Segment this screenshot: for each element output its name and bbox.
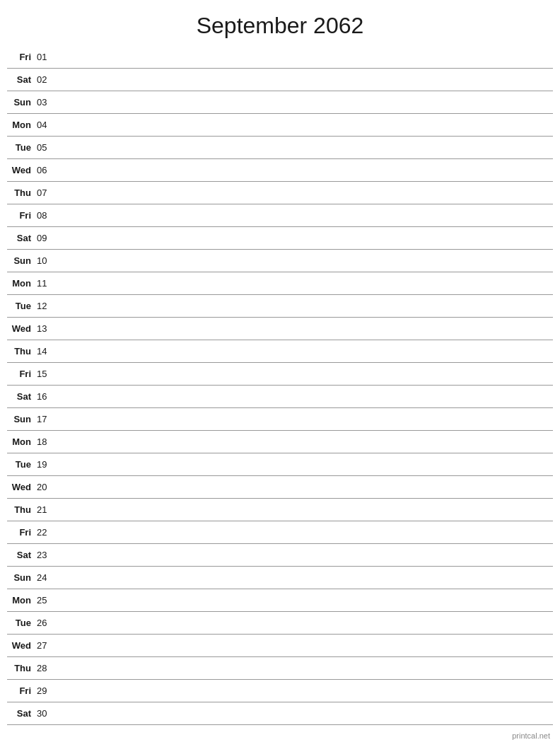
day-line (54, 645, 553, 646)
day-name: Wed (7, 482, 34, 492)
day-name: Mon (7, 120, 34, 130)
day-number: 04 (34, 120, 54, 130)
day-number: 11 (34, 278, 54, 289)
table-row: Thu21 (7, 499, 553, 521)
day-name: Sat (7, 74, 34, 85)
table-row: Sun24 (7, 567, 553, 589)
day-name: Fri (7, 210, 34, 221)
day-number: 25 (34, 595, 54, 606)
day-line (54, 690, 553, 691)
day-line (54, 555, 553, 555)
day-name: Tue (7, 301, 34, 311)
day-name: Thu (7, 663, 34, 673)
table-row: Fri01 (7, 46, 553, 69)
day-name: Thu (7, 346, 34, 357)
day-number: 10 (34, 255, 54, 266)
day-name: Sun (7, 414, 34, 424)
table-row: Mon11 (7, 272, 553, 295)
day-name: Tue (7, 618, 34, 628)
day-name: Wed (7, 640, 34, 651)
table-row: Wed20 (7, 476, 553, 499)
day-name: Thu (7, 187, 34, 198)
table-row: Sat09 (7, 227, 553, 250)
day-line (54, 396, 553, 397)
table-row: Mon25 (7, 589, 553, 612)
day-number: 14 (34, 346, 54, 357)
day-name: Mon (7, 436, 34, 447)
day-number: 29 (34, 685, 54, 696)
day-line (54, 713, 553, 714)
day-line (54, 192, 553, 193)
day-number: 27 (34, 640, 54, 651)
day-name: Wed (7, 165, 34, 175)
table-row: Thu28 (7, 657, 553, 680)
table-row: Sat02 (7, 69, 553, 91)
table-row: Mon04 (7, 114, 553, 137)
table-row: Sun03 (7, 91, 553, 114)
day-number: 22 (34, 527, 54, 538)
day-number: 13 (34, 323, 54, 334)
day-number: 01 (34, 52, 54, 62)
day-name: Sat (7, 233, 34, 243)
day-number: 12 (34, 301, 54, 311)
day-line (54, 328, 553, 329)
day-name: Mon (7, 278, 34, 289)
day-name: Sat (7, 708, 34, 719)
day-line (54, 306, 553, 306)
calendar-container: Fri01Sat02Sun03Mon04Tue05Wed06Thu07Fri08… (0, 46, 560, 725)
day-line (54, 102, 553, 103)
day-line (54, 600, 553, 601)
day-line (54, 57, 553, 57)
table-row: Sat30 (7, 702, 553, 725)
day-number: 09 (34, 233, 54, 243)
day-number: 23 (34, 550, 54, 560)
day-line (54, 419, 553, 419)
day-number: 07 (34, 187, 54, 198)
day-name: Sun (7, 255, 34, 266)
day-line (54, 147, 553, 148)
day-number: 26 (34, 618, 54, 628)
day-name: Sat (7, 550, 34, 560)
table-row: Fri29 (7, 680, 553, 702)
day-line (54, 622, 553, 623)
day-number: 17 (34, 414, 54, 424)
day-number: 16 (34, 391, 54, 402)
table-row: Sun17 (7, 408, 553, 431)
table-row: Tue05 (7, 137, 553, 159)
day-number: 28 (34, 663, 54, 673)
day-number: 05 (34, 142, 54, 153)
table-row: Sun10 (7, 250, 553, 272)
table-row: Tue26 (7, 612, 553, 635)
day-number: 21 (34, 504, 54, 515)
day-line (54, 464, 553, 465)
table-row: Fri22 (7, 521, 553, 544)
day-line (54, 532, 553, 533)
day-line (54, 487, 553, 487)
day-number: 19 (34, 459, 54, 470)
table-row: Mon18 (7, 431, 553, 453)
table-row: Thu14 (7, 340, 553, 363)
day-number: 03 (34, 97, 54, 108)
day-line (54, 215, 553, 216)
table-row: Wed27 (7, 635, 553, 657)
day-number: 20 (34, 482, 54, 492)
day-name: Tue (7, 142, 34, 153)
day-line (54, 79, 553, 80)
day-name: Fri (7, 685, 34, 696)
day-line (54, 374, 553, 374)
day-line (54, 668, 553, 668)
day-line (54, 441, 553, 442)
day-number: 02 (34, 74, 54, 85)
day-name: Mon (7, 595, 34, 606)
day-number: 30 (34, 708, 54, 719)
watermark: printcal.net (512, 731, 550, 740)
day-name: Sun (7, 97, 34, 108)
table-row: Fri08 (7, 204, 553, 227)
day-line (54, 509, 553, 510)
day-line (54, 577, 553, 578)
table-row: Wed06 (7, 159, 553, 182)
day-name: Tue (7, 459, 34, 470)
day-number: 15 (34, 369, 54, 379)
day-line (54, 260, 553, 261)
day-line (54, 170, 553, 170)
